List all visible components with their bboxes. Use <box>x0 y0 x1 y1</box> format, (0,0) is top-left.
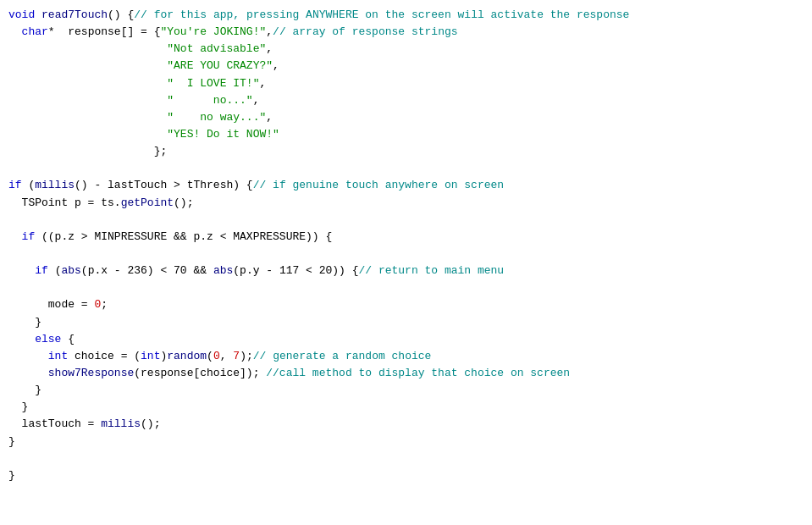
code-line-18: show7Response(response[choice]); //call … <box>0 365 812 382</box>
code-line-1: void read7Touch() {// for this app, pres… <box>0 7 812 24</box>
code-line-22: } <box>0 434 812 450</box>
code-line-9: }; <box>0 143 812 160</box>
code-line-16: else { <box>0 331 812 348</box>
code-line-blank4 <box>0 279 812 296</box>
code-line-2: char* response[] = {"You're JOKING!",// … <box>0 24 812 41</box>
code-line-blank2 <box>0 212 812 229</box>
code-line-19: } <box>0 382 812 399</box>
code-editor: void read7Touch() {// for this app, pres… <box>0 0 812 491</box>
code-line-15: } <box>0 314 812 331</box>
code-line-7: " no way...", <box>0 109 812 126</box>
code-line-blank3 <box>0 246 812 262</box>
code-line-20: } <box>0 399 812 416</box>
code-line-13: if (abs(p.x - 236) < 70 && abs(p.y - 117… <box>0 262 812 279</box>
code-line-11: TSPoint p = ts.getPoint(); <box>0 195 812 212</box>
code-line-5: " I LOVE IT!", <box>0 75 812 92</box>
code-line-17: int choice = (int)random(0, 7);// genera… <box>0 348 812 365</box>
code-line-4: "ARE YOU CRAZY?", <box>0 58 812 75</box>
code-line-12: if ((p.z > MINPRESSURE && p.z < MAXPRESS… <box>0 229 812 246</box>
code-line-14: mode = 0; <box>0 296 812 313</box>
code-line-6: " no...", <box>0 92 812 109</box>
code-line-blank1 <box>0 160 812 177</box>
code-line-21: lastTouch = millis(); <box>0 416 812 433</box>
code-line-10: if (millis() - lastTouch > tThresh) {// … <box>0 177 812 194</box>
code-line-8: "YES! Do it NOW!" <box>0 126 812 143</box>
code-line-23: } <box>0 467 812 484</box>
code-line-3: "Not advisable", <box>0 41 812 58</box>
code-line-blank5 <box>0 450 812 467</box>
